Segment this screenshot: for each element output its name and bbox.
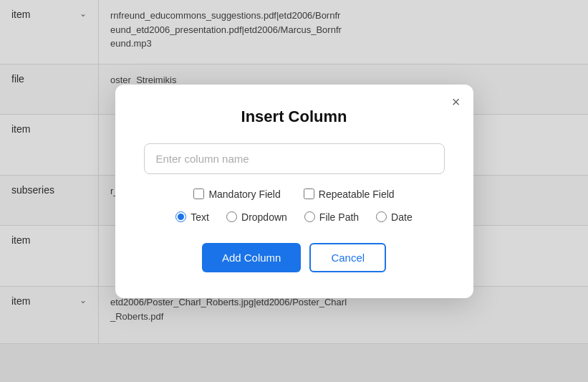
mandatory-field-checkbox[interactable] [193,188,204,199]
modal-close-button[interactable]: × [452,95,461,109]
repeatable-field-checkbox[interactable] [304,188,314,199]
column-name-input[interactable] [144,143,445,174]
modal-overlay: × Insert Column Mandatory Field Repeatab… [0,0,588,382]
repeatable-field-label: Repeatable Field [319,188,395,200]
insert-column-modal: × Insert Column Mandatory Field Repeatab… [115,85,473,298]
add-column-button[interactable]: Add Column [202,243,302,272]
filepath-radio[interactable] [304,211,315,222]
date-radio-label[interactable]: Date [376,211,413,223]
dropdown-radio[interactable] [226,211,237,222]
filepath-radio-label[interactable]: File Path [304,211,359,223]
radios-row: Text Dropdown File Path Date [144,211,445,223]
text-radio-label[interactable]: Text [175,211,209,223]
modal-title: Insert Column [144,108,445,126]
text-radio-label-text: Text [191,211,209,223]
date-radio[interactable] [376,211,387,222]
text-radio[interactable] [175,211,186,222]
filepath-radio-label-text: File Path [319,211,359,223]
date-radio-label-text: Date [391,211,413,223]
mandatory-field-checkbox-label[interactable]: Mandatory Field [193,188,280,200]
dropdown-radio-label-text: Dropdown [241,211,287,223]
cancel-button[interactable]: Cancel [309,243,386,272]
mandatory-field-label: Mandatory Field [208,188,280,200]
checkboxes-row: Mandatory Field Repeatable Field [144,188,445,200]
repeatable-field-checkbox-label[interactable]: Repeatable Field [304,188,395,200]
dropdown-radio-label[interactable]: Dropdown [226,211,287,223]
buttons-row: Add Column Cancel [144,243,445,272]
